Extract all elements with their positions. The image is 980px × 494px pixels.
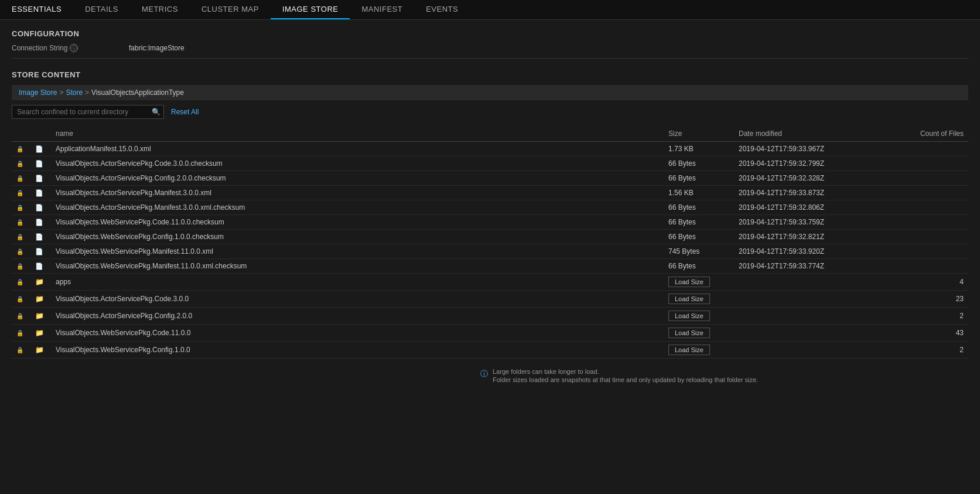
- file-icon: 📄: [35, 160, 43, 167]
- name-cell[interactable]: VisualObjects.WebServicePkg.Code.11.0.0: [51, 325, 664, 342]
- count-cell: [863, 156, 968, 171]
- file-icon: 📄: [35, 175, 43, 182]
- name-cell[interactable]: VisualObjects.ActorServicePkg.Code.3.0.0: [51, 291, 664, 308]
- reset-all-link[interactable]: Reset All: [171, 108, 199, 116]
- name-cell[interactable]: VisualObjects.ActorServicePkg.Config.2.0…: [51, 308, 664, 325]
- table-row: 🔒📄VisualObjects.WebServicePkg.Manifest.1…: [12, 244, 968, 259]
- folder-icon: 📁: [35, 312, 44, 320]
- name-cell: ApplicationManifest.15.0.0.xml: [51, 142, 664, 156]
- count-cell: [863, 244, 968, 259]
- date-cell: [734, 342, 863, 359]
- nav-item-essentials[interactable]: ESSENTIALS: [0, 0, 73, 19]
- col-header-size: Size: [664, 126, 734, 142]
- type-icon-cell: 📁: [30, 308, 51, 325]
- count-cell: [863, 142, 968, 156]
- table-row: 🔒📄VisualObjects.WebServicePkg.Manifest.1…: [12, 259, 968, 274]
- load-size-button[interactable]: Load Size: [668, 345, 710, 355]
- lock-cell: 🔒: [12, 186, 30, 200]
- nav-item-cluster-map[interactable]: CLUSTER MAP: [190, 0, 271, 19]
- name-cell: VisualObjects.WebServicePkg.Manifest.11.…: [51, 244, 664, 259]
- load-size-button[interactable]: Load Size: [668, 294, 710, 304]
- file-icon: 📄: [35, 145, 43, 152]
- date-cell: [734, 325, 863, 342]
- load-size-button[interactable]: Load Size: [668, 277, 710, 287]
- count-cell: [863, 171, 968, 186]
- name-cell: VisualObjects.ActorServicePkg.Code.3.0.0…: [51, 156, 664, 171]
- lock-icon: 🔒: [16, 234, 26, 240]
- nav-item-details[interactable]: DETAILS: [73, 0, 130, 19]
- load-size-button[interactable]: Load Size: [668, 328, 710, 338]
- file-icon: 📄: [35, 263, 43, 270]
- count-cell: [863, 230, 968, 244]
- search-input[interactable]: [12, 105, 164, 119]
- lock-cell: 🔒: [12, 342, 30, 359]
- lock-icon: 🔒: [16, 248, 26, 255]
- lock-cell: 🔒: [12, 156, 30, 171]
- lock-cell: 🔒: [12, 142, 30, 156]
- date-cell: [734, 308, 863, 325]
- configuration-title: CONFIGURATION: [12, 29, 968, 38]
- lock-icon: 🔒: [16, 219, 26, 226]
- connection-string-info-icon[interactable]: ⓘ: [70, 44, 78, 52]
- date-cell: 2019-04-12T17:59:32.821Z: [734, 230, 863, 244]
- name-cell: VisualObjects.WebServicePkg.Code.11.0.0.…: [51, 215, 664, 230]
- footer-note-line1: Large folders can take longer to load.: [493, 368, 758, 375]
- nav-item-manifest[interactable]: MANIFEST: [350, 0, 414, 19]
- size-cell: 66 Bytes: [664, 215, 734, 230]
- name-cell: VisualObjects.WebServicePkg.Manifest.11.…: [51, 259, 664, 274]
- type-icon-cell: 📁: [30, 274, 51, 291]
- size-cell: 1.73 KB: [664, 142, 734, 156]
- count-cell: 2: [863, 308, 968, 325]
- lock-icon: 🔒: [16, 190, 26, 196]
- breadcrumb-store[interactable]: Store: [66, 88, 83, 97]
- count-cell: 43: [863, 325, 968, 342]
- date-cell: 2019-04-12T17:59:33.759Z: [734, 215, 863, 230]
- type-icon-cell: 📁: [30, 342, 51, 359]
- table-row: 🔒📁appsLoad Size4: [12, 274, 968, 291]
- date-cell: 2019-04-12T17:59:33.873Z: [734, 186, 863, 200]
- search-icon-button[interactable]: 🔍: [152, 108, 161, 116]
- lock-cell: 🔒: [12, 215, 30, 230]
- table-row: 🔒📄VisualObjects.WebServicePkg.Config.1.0…: [12, 230, 968, 244]
- footer-note: ⓘ Large folders can take longer to load.…: [12, 368, 968, 383]
- nav-item-events[interactable]: EVENTS: [414, 0, 470, 19]
- file-icon: 📄: [35, 248, 43, 255]
- file-icon: 📄: [35, 204, 43, 211]
- size-cell: Load Size: [664, 308, 734, 325]
- lock-icon: 🔒: [16, 263, 26, 270]
- name-cell[interactable]: apps: [51, 274, 664, 291]
- date-cell: 2019-04-12T17:59:33.774Z: [734, 259, 863, 274]
- nav-item-metrics[interactable]: METRICS: [130, 0, 190, 19]
- count-cell: [863, 215, 968, 230]
- date-cell: 2019-04-12T17:59:32.328Z: [734, 171, 863, 186]
- lock-cell: 🔒: [12, 230, 30, 244]
- name-cell: VisualObjects.WebServicePkg.Config.1.0.0…: [51, 230, 664, 244]
- date-cell: 2019-04-12T17:59:32.799Z: [734, 156, 863, 171]
- store-content-title: STORE CONTENT: [12, 70, 968, 79]
- type-icon-cell: 📄: [30, 200, 51, 215]
- footer-info-icon: ⓘ: [480, 369, 488, 379]
- lock-cell: 🔒: [12, 274, 30, 291]
- lock-cell: 🔒: [12, 244, 30, 259]
- size-cell: 1.56 KB: [664, 186, 734, 200]
- store-content-section: STORE CONTENT Image Store > Store > Visu…: [12, 70, 968, 383]
- connection-string-value: fabric:ImageStore: [129, 44, 185, 52]
- nav-item-image-store[interactable]: IMAGE STORE: [271, 0, 350, 19]
- table-row: 🔒📁VisualObjects.WebServicePkg.Config.1.0…: [12, 342, 968, 359]
- top-navigation: ESSENTIALSDETAILSMETRICSCLUSTER MAPIMAGE…: [0, 0, 980, 20]
- footer-note-line2: Folder sizes loaded are snapshots at tha…: [493, 376, 758, 383]
- name-cell[interactable]: VisualObjects.WebServicePkg.Config.1.0.0: [51, 342, 664, 359]
- col-header-name: name: [51, 126, 664, 142]
- lock-cell: 🔒: [12, 308, 30, 325]
- count-cell: [863, 200, 968, 215]
- col-header-date: Date modified: [734, 126, 863, 142]
- load-size-button[interactable]: Load Size: [668, 311, 710, 321]
- name-cell: VisualObjects.ActorServicePkg.Config.2.0…: [51, 171, 664, 186]
- table-row: 🔒📄VisualObjects.ActorServicePkg.Code.3.0…: [12, 156, 968, 171]
- type-icon-cell: 📄: [30, 171, 51, 186]
- size-cell: 66 Bytes: [664, 200, 734, 215]
- breadcrumb-image-store[interactable]: Image Store: [19, 88, 57, 97]
- folder-icon: 📁: [35, 295, 44, 303]
- size-cell: 745 Bytes: [664, 244, 734, 259]
- configuration-section: CONFIGURATION Connection String ⓘ fabric…: [12, 29, 968, 59]
